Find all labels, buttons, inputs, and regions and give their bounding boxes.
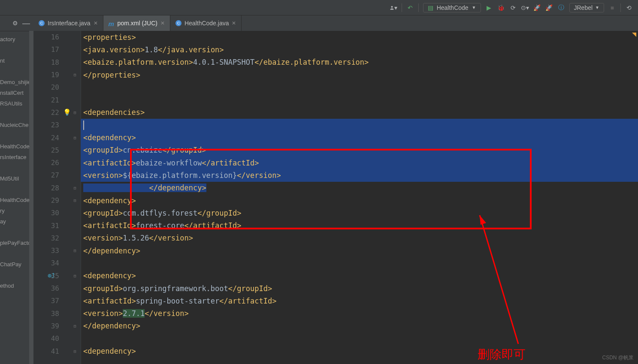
structure-item[interactable]: RSAUtils — [0, 98, 33, 109]
code-line[interactable]: </properties> — [81, 69, 638, 81]
line-number[interactable]: 33⊟ — [33, 244, 81, 257]
line-number[interactable]: 35⊟⊕⤴ — [33, 270, 81, 282]
code-line[interactable] — [81, 257, 638, 269]
structure-item[interactable]: plePayFacto — [0, 238, 33, 248]
user-icon[interactable]: ▾ — [390, 4, 397, 12]
help-icon[interactable]: ⓘ — [557, 4, 565, 12]
structure-item[interactable] — [0, 130, 33, 141]
structure-item[interactable] — [0, 109, 33, 120]
structure-item[interactable]: NucleicChe — [0, 120, 33, 130]
structure-item[interactable] — [0, 66, 33, 77]
structure-item[interactable] — [0, 184, 33, 195]
structure-item[interactable]: HealthCode — [0, 141, 33, 152]
line-number[interactable]: 32 — [33, 232, 81, 244]
bulb-icon[interactable]: 💡 — [63, 108, 71, 116]
code-line[interactable]: <groupId>cn.ebaize</groupId> — [81, 144, 638, 156]
run-config-selector[interactable]: ▤ HealthCode ▼ — [423, 3, 481, 12]
structure-item[interactable]: ry — [0, 205, 33, 216]
structure-item[interactable]: nstallCert — [0, 87, 33, 98]
nav-icon[interactable]: ⊕⤴ — [48, 272, 55, 280]
line-number[interactable]: 30 — [33, 207, 81, 219]
code-line[interactable]: <dependency> — [81, 345, 638, 357]
fold-icon[interactable]: ⊟ — [73, 186, 77, 190]
code-line[interactable]: <dependency> — [81, 270, 638, 282]
line-number[interactable]: 28⊟ — [33, 182, 81, 194]
structure-item[interactable] — [0, 162, 33, 173]
fold-icon[interactable]: ⊟ — [73, 349, 77, 354]
code-line[interactable]: <artifactId>ebaize-workflow</artifactId> — [81, 156, 638, 169]
code-area[interactable]: <properties> <java.version>1.8</java.ver… — [81, 31, 638, 364]
line-number[interactable]: 27 — [33, 169, 81, 181]
code-line[interactable]: <dependency> — [81, 194, 638, 207]
code-line[interactable] — [81, 81, 638, 93]
structure-item[interactable]: actory — [0, 34, 33, 45]
line-number[interactable]: 29⊟ — [33, 194, 81, 207]
structure-item[interactable] — [0, 270, 33, 280]
editor-tab[interactable]: CIrsInterface.java✕ — [33, 15, 103, 31]
line-number[interactable]: 16 — [33, 31, 81, 43]
code-line[interactable] — [81, 93, 638, 106]
jrebel-dropdown[interactable]: JRebel ▼ — [569, 3, 605, 12]
jrebel-run-icon[interactable]: 🚀 — [533, 4, 541, 12]
code-line[interactable]: <java.version>1.8</java.version> — [81, 43, 638, 56]
structure-item[interactable] — [0, 248, 33, 259]
line-number[interactable]: 37 — [33, 295, 81, 307]
code-line[interactable]: </dependency> — [81, 182, 638, 194]
line-number[interactable]: 25 — [33, 144, 81, 156]
code-line[interactable]: </dependency> — [81, 244, 638, 257]
code-line[interactable]: <ebaize.platform.version>4.0.1-SNAPSHOT<… — [81, 56, 638, 69]
coverage-icon[interactable]: ⟳ — [509, 4, 517, 12]
code-line[interactable]: </dependency> — [81, 320, 638, 332]
code-line[interactable]: <version>2.7.1</version> — [81, 307, 638, 320]
line-number[interactable]: 40 — [33, 332, 81, 345]
editor-tab[interactable]: mpom.xml (JUC)✕ — [103, 15, 170, 31]
gear-icon[interactable]: ⚙ — [12, 20, 18, 27]
line-number[interactable]: 19⊟ — [33, 69, 81, 81]
line-number[interactable]: 36 — [33, 282, 81, 295]
fold-icon[interactable]: ⊟ — [73, 198, 77, 203]
line-number[interactable]: 18 — [33, 56, 81, 69]
profile-icon[interactable]: ⊙▾ — [521, 4, 529, 12]
code-line[interactable] — [81, 119, 638, 131]
fold-icon[interactable]: ⊟ — [73, 135, 77, 140]
hide-icon[interactable]: — — [22, 19, 30, 27]
line-number[interactable]: 17 — [33, 43, 81, 56]
code-line[interactable]: <groupId>org.springframework.boot</group… — [81, 282, 638, 295]
code-line[interactable]: <artifactId>forest-core</artifactId> — [81, 219, 638, 232]
line-number[interactable]: 24⊟ — [33, 131, 81, 144]
line-number[interactable]: 22⊟💡 — [33, 106, 81, 119]
code-line[interactable]: <version>${ebaize.platform.version}</ver… — [81, 169, 638, 181]
debug-icon[interactable]: 🐞 — [497, 4, 505, 12]
editor-tab[interactable]: CHealthCode.java✕ — [170, 15, 242, 31]
line-number[interactable]: 39⊟ — [33, 320, 81, 332]
code-line[interactable]: <version>1.5.26</version> — [81, 232, 638, 244]
code-line[interactable] — [81, 332, 638, 345]
line-number[interactable]: 38 — [33, 307, 81, 320]
structure-item[interactable]: rsInterface — [0, 152, 33, 162]
structure-item[interactable] — [0, 45, 33, 55]
jrebel-debug-icon[interactable]: 🚀 — [545, 4, 553, 12]
line-number[interactable]: 20 — [33, 81, 81, 93]
structure-item[interactable]: ay — [0, 216, 33, 227]
line-number[interactable]: 31 — [33, 219, 81, 232]
stop-icon[interactable]: ■ — [608, 4, 616, 12]
close-icon[interactable]: ✕ — [232, 20, 236, 26]
close-icon[interactable]: ✕ — [160, 20, 165, 26]
fold-icon[interactable]: ⊟ — [73, 72, 77, 77]
update-icon[interactable]: ⟲ — [625, 4, 633, 12]
code-line[interactable]: <dependencies> — [81, 106, 638, 119]
structure-item[interactable]: nt — [0, 55, 33, 66]
structure-item[interactable]: ethod — [0, 280, 33, 291]
back-icon[interactable]: ↶ — [406, 4, 414, 12]
code-line[interactable]: <groupId>com.dtflys.forest</groupId> — [81, 207, 638, 219]
structure-item[interactable]: HealthCode — [0, 195, 33, 205]
fold-icon[interactable]: ⊟ — [73, 248, 77, 253]
structure-item[interactable] — [0, 227, 33, 238]
structure-item[interactable]: Md5Util — [0, 173, 33, 184]
fold-icon[interactable]: ⊟ — [73, 110, 77, 115]
run-icon[interactable]: ▶ — [485, 4, 493, 12]
structure-item[interactable]: Demo_shijie — [0, 77, 33, 87]
fold-icon[interactable]: ⊟ — [73, 324, 77, 328]
structure-item[interactable]: ChatPay — [0, 259, 33, 270]
line-number[interactable]: 26 — [33, 156, 81, 169]
